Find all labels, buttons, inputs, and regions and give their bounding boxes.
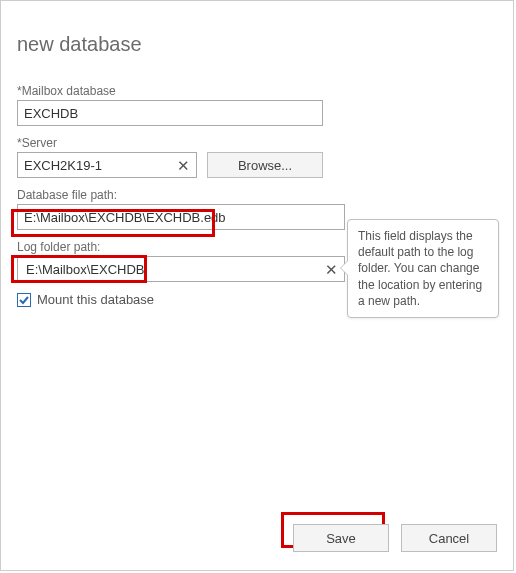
db-file-path-input[interactable] (17, 204, 345, 230)
mailbox-database-input[interactable] (17, 100, 323, 126)
save-button[interactable]: Save (293, 524, 389, 552)
check-icon (19, 295, 29, 305)
clear-server-icon[interactable]: ✕ (175, 158, 192, 173)
dialog-footer: Save Cancel (281, 524, 497, 552)
tooltip-arrow-icon (340, 260, 348, 276)
server-label: *Server (17, 136, 497, 150)
clear-log-path-icon[interactable]: ✕ (323, 262, 340, 277)
tooltip-text: This field displays the default path to … (358, 229, 482, 308)
cancel-button[interactable]: Cancel (401, 524, 497, 552)
log-folder-path-input[interactable] (24, 261, 323, 278)
server-value: EXCH2K19-1 (24, 158, 175, 173)
db-file-path-label: Database file path: (17, 188, 497, 202)
mailbox-database-field: *Mailbox database (17, 84, 497, 126)
server-row: EXCH2K19-1 ✕ Browse... (17, 152, 497, 178)
mailbox-database-label: *Mailbox database (17, 84, 497, 98)
log-folder-tooltip: This field displays the default path to … (347, 219, 499, 318)
server-input[interactable]: EXCH2K19-1 ✕ (17, 152, 197, 178)
log-folder-path-input-wrap[interactable]: ✕ (17, 256, 345, 282)
browse-button[interactable]: Browse... (207, 152, 323, 178)
mount-database-label: Mount this database (37, 292, 154, 307)
server-field: *Server EXCH2K19-1 ✕ Browse... (17, 136, 497, 178)
new-database-dialog: new database *Mailbox database *Server E… (0, 0, 514, 571)
mount-database-checkbox[interactable] (17, 293, 31, 307)
dialog-title: new database (17, 33, 497, 56)
